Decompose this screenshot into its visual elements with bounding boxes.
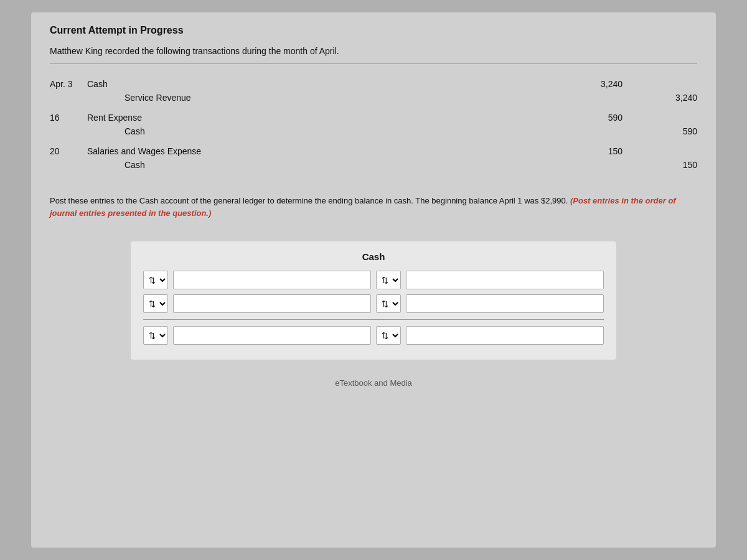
ledger-divider [143, 319, 604, 320]
entry-date-5: 20 [50, 146, 87, 156]
instructions-text: Post these entries to the Cash account o… [50, 196, 568, 205]
entry-account-salaries: Salaries and Wages Expense [87, 146, 573, 156]
ledger-select-right-2[interactable]: ⇅ [376, 294, 401, 313]
entry-debit-1: 3,240 [573, 79, 635, 89]
ledger-right-1: ⇅ [376, 271, 604, 289]
journal-section: Apr. 3 Cash 3,240 Service Revenue 3,240 … [50, 79, 697, 170]
ledger-select-left-2[interactable]: ⇅ [143, 294, 168, 313]
entry-credit-2: 3,240 [635, 93, 697, 103]
entry-account-cash-2: Cash [87, 126, 573, 136]
journal-entry-3: 16 Rent Expense 590 [50, 113, 697, 123]
entry-date-1: Apr. 3 [50, 79, 87, 89]
journal-entry-6: Cash 150 [50, 160, 697, 170]
entry-account-rent-expense: Rent Expense [87, 113, 573, 123]
entry-credit-4: 590 [635, 126, 697, 136]
ledger-input-left-1[interactable] [173, 271, 371, 289]
ledger-input-left-3[interactable] [173, 326, 371, 345]
ledger-left-3: ⇅ [143, 326, 371, 345]
ledger-right-3: ⇅ [376, 326, 604, 345]
ledger-input-right-1[interactable] [406, 271, 604, 289]
journal-entry-1: Apr. 3 Cash 3,240 [50, 79, 697, 89]
ledger-select-left-3[interactable]: ⇅ [143, 326, 168, 345]
ledger-select-right-1[interactable]: ⇅ [376, 271, 401, 289]
ledger-select-right-3[interactable]: ⇅ [376, 326, 401, 345]
entry-account-cash-1: Cash [87, 79, 573, 89]
journal-entry-2: Service Revenue 3,240 [50, 93, 697, 103]
entry-account-cash-3: Cash [87, 160, 573, 170]
entry-account-service-revenue: Service Revenue [87, 93, 573, 103]
instructions: Post these entries to the Cash account o… [50, 195, 697, 219]
entry-credit-6: 150 [635, 160, 697, 170]
main-container: Current Attempt in Progress Matthew King… [31, 12, 716, 548]
journal-entry-4: Cash 590 [50, 126, 697, 136]
footer-text: eTextbook and Media [50, 378, 697, 388]
cash-ledger: Cash ⇅ ⇅ ⇅ [131, 241, 616, 360]
entry-debit-5: 150 [573, 146, 635, 156]
cash-ledger-title: Cash [143, 251, 604, 262]
journal-entry-5: 20 Salaries and Wages Expense 150 [50, 146, 697, 156]
ledger-select-left-1[interactable]: ⇅ [143, 271, 168, 289]
ledger-row-3: ⇅ ⇅ [143, 326, 604, 345]
ledger-input-left-2[interactable] [173, 294, 371, 313]
ledger-input-right-3[interactable] [406, 326, 604, 345]
ledger-left-2: ⇅ [143, 294, 371, 313]
ledger-input-right-2[interactable] [406, 294, 604, 313]
entry-date-3: 16 [50, 113, 87, 123]
ledger-left-1: ⇅ [143, 271, 371, 289]
page-title: Current Attempt in Progress [50, 25, 697, 36]
entry-debit-3: 590 [573, 113, 635, 123]
ledger-right-2: ⇅ [376, 294, 604, 313]
description: Matthew King recorded the following tran… [50, 46, 697, 64]
ledger-row-1: ⇅ ⇅ [143, 271, 604, 289]
ledger-row-2: ⇅ ⇅ [143, 294, 604, 313]
